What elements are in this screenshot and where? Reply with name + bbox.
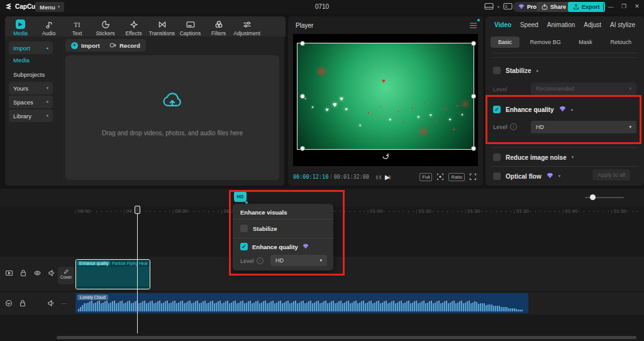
speaker-icon[interactable]	[47, 299, 55, 307]
subtab-remove-bg[interactable]: Remove BG	[523, 36, 569, 48]
more-icon[interactable]: ⋯	[61, 300, 68, 307]
ruler-label: | 01:20	[465, 208, 480, 214]
inspector-tab-ai-stylize[interactable]: AI stylize	[610, 21, 635, 28]
selection-handle[interactable]	[471, 94, 476, 99]
chevron-down-icon[interactable]: ▾	[558, 174, 561, 179]
tab-effects[interactable]: Effects	[119, 16, 148, 36]
sidebar-item-import[interactable]: Import▴	[9, 42, 53, 54]
optical-flow-checkbox[interactable]	[493, 172, 501, 180]
tab-adjustment[interactable]: Adjustment	[233, 16, 261, 36]
chevron-up-icon[interactable]: ▴	[536, 68, 539, 73]
tab-label: Adjustment	[233, 30, 260, 36]
audio-clip-name: Lonely Cloud	[77, 294, 108, 300]
tab-label: Audio	[42, 30, 56, 36]
popup-stabilize-checkbox[interactable]	[240, 225, 248, 232]
selection-handle[interactable]	[471, 146, 476, 151]
inspector-tab-video[interactable]: Video	[494, 21, 511, 28]
horizontal-scrollbar[interactable]	[57, 336, 636, 339]
video-preview[interactable]: ♥♥♥♥♥♥♥♥♥♥♥♥♥♥♥♥♥♥♥♥♥♥♥♥♥♥♥	[297, 43, 474, 150]
selection-handle[interactable]	[300, 41, 305, 46]
chevron-down-icon: ▾	[47, 86, 48, 91]
minimize-button[interactable]: —	[608, 4, 614, 10]
tab-media[interactable]: ▶Media	[6, 16, 35, 36]
tab-stickers[interactable]: Stickers	[91, 16, 119, 36]
layout-switch-icon[interactable]	[484, 3, 494, 10]
expand-icon[interactable]	[469, 173, 477, 181]
popup-stabilize-row: Stabilize	[240, 225, 277, 232]
media-dropzone[interactable]: Drag and drop videos, photos, and audio …	[65, 55, 279, 180]
zoom-slider-track[interactable]	[585, 197, 624, 198]
export-button[interactable]: Export	[568, 2, 605, 12]
reduce-noise-checkbox[interactable]	[493, 154, 501, 161]
compact-layout-icon[interactable]	[503, 3, 513, 10]
tab-label: Effects	[126, 30, 142, 36]
rotate-handle-icon[interactable]	[382, 152, 389, 161]
play-button[interactable]: ▶	[385, 174, 390, 181]
heart-particle: ♥	[304, 98, 306, 100]
eye-icon[interactable]	[33, 269, 42, 277]
video-clip[interactable]: Enhance quality Particle Flying Hear	[75, 259, 150, 289]
tab-text[interactable]: TIText	[63, 16, 91, 36]
sidebar-item-yours[interactable]: Yours▾	[9, 82, 53, 94]
playhead-line[interactable]	[137, 208, 138, 333]
selection-handle[interactable]	[300, 146, 305, 151]
lock-icon[interactable]	[19, 269, 27, 277]
zoom-slider-handle[interactable]	[590, 194, 596, 200]
tab-audio[interactable]: Audio	[35, 16, 63, 36]
capcut-window: CapCut Menu ▾ 0710 ▾ Pro Share Export	[0, 0, 644, 341]
enhance-visuals-popup: Enhance visuals Stabilize ✓ Enhance qual…	[233, 204, 333, 271]
export-icon	[573, 4, 579, 10]
enhance-visuals-hd-button[interactable]: HD	[234, 191, 247, 202]
sidebar-item-library[interactable]: Library▾	[9, 109, 53, 122]
tab-captions[interactable]: Captions	[176, 16, 204, 36]
stabilize-checkbox[interactable]	[493, 67, 501, 74]
sidebar-item-media[interactable]: Media	[13, 57, 30, 64]
audio-clip[interactable]: Lonely Cloud	[75, 293, 528, 313]
inspector-tab-speed[interactable]: Speed	[520, 21, 538, 28]
tab-filters[interactable]: Filters	[204, 16, 233, 36]
cover-button[interactable]: Cover	[58, 267, 74, 284]
sidebar-item-subprojects[interactable]: Subprojects	[13, 71, 45, 78]
player-menu-icon[interactable]	[469, 22, 477, 30]
chevron-down-icon[interactable]: ▾	[572, 155, 574, 160]
tab-label: Text	[72, 30, 82, 36]
enhance-level-dropdown[interactable]: HD ▾	[531, 121, 636, 133]
subtab-basic[interactable]: Basic	[491, 36, 519, 48]
tab-transitions[interactable]: Transitions	[148, 16, 176, 36]
popup-level-value: HD	[275, 257, 284, 264]
optical-flow-label: Optical flow	[506, 173, 541, 180]
share-button[interactable]: Share	[536, 2, 571, 12]
tab-label: Captions	[180, 30, 201, 36]
inspector-tab-adjust[interactable]: Adjust	[584, 21, 601, 28]
inspector-subtab-bar: BasicRemove BGMaskRetouch	[491, 35, 639, 50]
text-icon: TI	[74, 20, 80, 29]
focus-icon[interactable]	[436, 173, 444, 181]
inspector-tab-animation[interactable]: Animation	[547, 21, 575, 28]
selection-handle[interactable]	[471, 41, 476, 46]
prev-frame-icon[interactable]: ▮▮	[375, 174, 382, 180]
ratio-button[interactable]: Ratio	[448, 173, 465, 181]
speaker-icon[interactable]	[48, 269, 55, 277]
chevron-down-icon[interactable]: ▾	[497, 4, 499, 9]
sidebar-item-spaces[interactable]: Spaces▾	[9, 96, 53, 108]
apply-to-all-button[interactable]: Apply to all	[592, 169, 630, 181]
sidebar-label: Yours	[13, 85, 28, 92]
import-button[interactable]: + Import	[65, 39, 106, 52]
subtab-mask[interactable]: Mask	[571, 36, 600, 48]
selection-handle[interactable]	[300, 94, 305, 99]
popup-enhance-checkbox[interactable]: ✓	[240, 243, 248, 250]
lock-icon[interactable]	[19, 299, 26, 307]
sidebar-label: Spaces	[13, 99, 33, 106]
popup-level-dropdown[interactable]: HD ▾	[270, 255, 327, 266]
subtab-retouch[interactable]: Retouch	[602, 36, 639, 48]
close-button[interactable]: ✕	[634, 3, 640, 9]
playhead-handle[interactable]	[135, 206, 140, 214]
full-screen-button[interactable]: Full	[419, 173, 432, 181]
chevron-up-icon[interactable]: ▴	[571, 107, 574, 112]
enhance-quality-checkbox[interactable]: ✓	[493, 106, 501, 113]
heart-particle: ♥	[368, 111, 370, 115]
stabilize-level-dropdown[interactable]: Recommended ▾	[531, 82, 636, 95]
reduce-noise-label: Reduce image noise	[506, 154, 567, 161]
maximize-button[interactable]: ❐	[621, 3, 627, 9]
record-button[interactable]: Record	[104, 39, 146, 52]
